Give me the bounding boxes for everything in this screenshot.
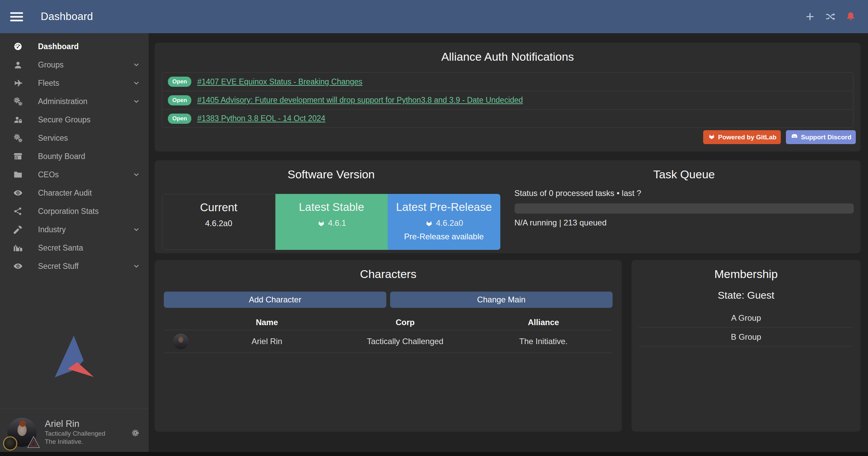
powered-by-gitlab-badge[interactable]: Powered by GitLab: [703, 130, 781, 144]
user-name: Ariel Rin: [45, 418, 105, 430]
sidebar-user-panel: Ariel Rin Tactically Challenged The Init…: [0, 409, 149, 452]
task-queue-section: Task Queue Status of 0 processed tasks •…: [508, 160, 861, 253]
corp-logo-badge: [3, 436, 17, 451]
gauge-icon: [13, 41, 23, 52]
column-alliance: Alliance: [474, 318, 613, 327]
status-badge: Open: [168, 114, 191, 124]
navbar-actions: [804, 11, 856, 22]
sidebar-item-label: Secret Stuff: [38, 262, 79, 271]
shuffle-icon[interactable]: [825, 11, 836, 22]
notifications-list: Open#1407 EVE Equinox Status - Breaking …: [162, 72, 853, 128]
notification-link[interactable]: #1407 EVE Equinox Status - Breaking Chan…: [197, 77, 362, 86]
sidebar-item-services[interactable]: Services: [0, 129, 149, 147]
character-alliance: The Initiative.: [474, 337, 613, 346]
main-content: Alliance Auth Notifications Open#1407 EV…: [149, 33, 868, 452]
notifications-title: Alliance Auth Notifications: [155, 43, 861, 63]
membership-group: A Group: [639, 309, 853, 328]
notification-link[interactable]: #1383 Python 3.8 EOL - 14 Oct 2024: [197, 114, 325, 123]
sidebar-item-character-audit[interactable]: Character Audit: [0, 184, 149, 202]
gifts-icon: [13, 243, 23, 253]
sidebar-item-label: Industry: [38, 225, 66, 234]
software-version-section: Software Version Current 4.6.2a0 Latest …: [155, 160, 508, 253]
store-icon: [13, 151, 23, 161]
chevron-down-icon: [132, 61, 140, 69]
sidebar-item-label: Secure Groups: [38, 115, 91, 124]
software-version-task-queue-card: Software Version Current 4.6.2a0 Latest …: [155, 160, 861, 253]
task-queue-progress-bar: [515, 203, 854, 214]
version-box-latest-stable: Latest Stable 4.6.1: [275, 194, 388, 250]
sidebar: DashboardGroupsFleetsAdministrationSecur…: [0, 33, 149, 452]
discord-icon: [790, 132, 798, 142]
chevron-down-icon: [132, 79, 140, 87]
user-info: Ariel Rin Tactically Challenged The Init…: [45, 418, 105, 446]
characters-buttons: Add Character Change Main: [164, 292, 613, 308]
sidebar-item-label: Administration: [38, 97, 88, 106]
version-box-latest-prerelease: Latest Pre-Release 4.6.2a0 Pre-Release a…: [388, 194, 500, 250]
user-lock-icon: [13, 115, 23, 125]
notification-row: Open#1405 Advisory: Future development w…: [162, 91, 853, 109]
sidebar-menu: DashboardGroupsFleetsAdministrationSecur…: [0, 33, 149, 275]
chevron-down-icon: [132, 225, 140, 234]
sidebar-item-ceos[interactable]: CEOs: [0, 165, 149, 184]
sidebar-item-label: Dashboard: [38, 42, 79, 51]
bottom-row: Characters Add Character Change Main Nam…: [155, 260, 861, 432]
page-title: Dashboard: [41, 11, 93, 23]
user-avatar: [7, 418, 37, 447]
sidebar-item-label: Secret Santa: [38, 243, 83, 253]
user-corporation: Tactically Challenged: [45, 430, 105, 438]
jet-icon: [13, 78, 23, 88]
notifications-footer-badges: Powered by GitLab Support Discord: [703, 130, 856, 144]
sidebar-item-secret-stuff[interactable]: Secret Stuff: [0, 257, 149, 275]
characters-card: Characters Add Character Change Main Nam…: [155, 260, 622, 432]
sidebar-item-secret-santa[interactable]: Secret Santa: [0, 239, 149, 257]
add-icon[interactable]: [804, 11, 816, 22]
characters-table: Name Corp Alliance Ariel RinTactically C…: [164, 315, 613, 353]
sidebar-item-label: CEOs: [38, 170, 59, 179]
notifications-bell-icon[interactable]: [845, 11, 856, 22]
alliance-auth-notifications-card: Alliance Auth Notifications Open#1407 EV…: [155, 43, 861, 152]
user-icon: [13, 60, 23, 70]
status-badge: Open: [168, 95, 191, 105]
sidebar-toggle-icon[interactable]: [10, 10, 23, 23]
add-character-button[interactable]: Add Character: [164, 292, 386, 308]
software-version-title: Software Version: [155, 160, 508, 181]
notification-row: Open#1383 Python 3.8 EOL - 14 Oct 2024: [162, 109, 853, 127]
chevron-down-icon: [132, 171, 140, 179]
status-badge: Open: [168, 77, 191, 87]
sidebar-item-label: Bounty Board: [38, 152, 85, 161]
version-box-current: Current 4.6.2a0: [162, 194, 275, 250]
character-portrait: [173, 334, 189, 349]
notification-row: Open#1407 EVE Equinox Status - Breaking …: [162, 73, 853, 91]
hammer-icon: [13, 224, 23, 235]
character-corp: Tactically Challenged: [336, 337, 475, 346]
gears-icon: [13, 96, 23, 106]
sidebar-item-industry[interactable]: Industry: [0, 220, 149, 239]
chevron-down-icon: [132, 262, 140, 270]
membership-title: Membership: [632, 260, 861, 281]
sidebar-item-label: Groups: [38, 60, 63, 70]
user-settings-gear-icon[interactable]: [131, 429, 140, 437]
characters-title: Characters: [155, 260, 622, 281]
sidebar-item-dashboard[interactable]: Dashboard: [0, 37, 149, 56]
sidebar-item-corporation-stats[interactable]: Corporation Stats: [0, 202, 149, 220]
membership-groups: A Group B Group: [639, 309, 853, 346]
sidebar-item-bounty-board[interactable]: Bounty Board: [0, 147, 149, 165]
gitlab-icon: [708, 132, 716, 142]
sidebar-item-administration[interactable]: Administration: [0, 92, 149, 111]
gears-icon: [13, 133, 23, 143]
notification-link[interactable]: #1405 Advisory: Future development will …: [197, 96, 523, 105]
column-name: Name: [198, 318, 336, 327]
sidebar-item-secure-groups[interactable]: Secure Groups: [0, 111, 149, 129]
membership-card: Membership State: Guest A Group B Group: [632, 260, 861, 432]
folder-icon: [13, 170, 23, 180]
gitlab-icon: [317, 218, 328, 227]
eye-icon: [13, 261, 23, 271]
sidebar-item-fleets[interactable]: Fleets: [0, 74, 149, 92]
change-main-button[interactable]: Change Main: [390, 292, 613, 308]
top-navbar: Dashboard: [0, 0, 868, 33]
version-boxes: Current 4.6.2a0 Latest Stable 4.6.1 Late…: [162, 194, 500, 250]
share-icon: [13, 206, 23, 216]
sidebar-item-label: Character Audit: [38, 189, 92, 198]
sidebar-item-groups[interactable]: Groups: [0, 56, 149, 74]
support-discord-badge[interactable]: Support Discord: [786, 130, 856, 144]
